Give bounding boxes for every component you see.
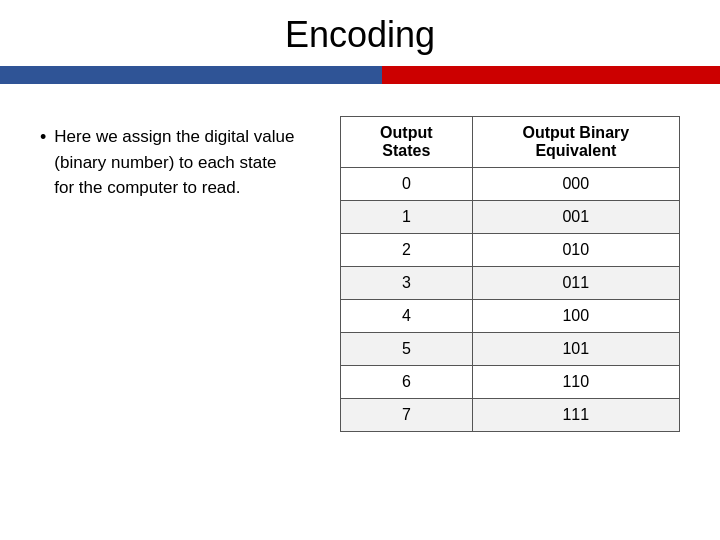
color-bar-blue [0, 66, 382, 84]
cell-binary: 010 [472, 234, 679, 267]
bullet-dot: • [40, 124, 46, 151]
header-binary-equivalent: Output Binary Equivalent [472, 117, 679, 168]
table-row: 0000 [341, 168, 680, 201]
table-section: Output States Output Binary Equivalent 0… [340, 116, 680, 432]
cell-binary: 110 [472, 366, 679, 399]
table-row: 3011 [341, 267, 680, 300]
cell-state: 4 [341, 300, 473, 333]
cell-state: 3 [341, 267, 473, 300]
cell-state: 5 [341, 333, 473, 366]
cell-state: 2 [341, 234, 473, 267]
cell-binary: 001 [472, 201, 679, 234]
color-bar-red [382, 66, 720, 84]
table-row: 1001 [341, 201, 680, 234]
table-row: 4100 [341, 300, 680, 333]
cell-state: 6 [341, 366, 473, 399]
bullet-section: • Here we assign the digital value (bina… [40, 116, 300, 201]
content-area: • Here we assign the digital value (bina… [0, 84, 720, 540]
cell-state: 0 [341, 168, 473, 201]
cell-binary: 111 [472, 399, 679, 432]
cell-state: 7 [341, 399, 473, 432]
table-row: 6110 [341, 366, 680, 399]
bullet-text: Here we assign the digital value (binary… [54, 124, 300, 201]
page-title: Encoding [0, 0, 720, 66]
header-output-states: Output States [341, 117, 473, 168]
color-bar [0, 66, 720, 84]
cell-binary: 101 [472, 333, 679, 366]
cell-binary: 100 [472, 300, 679, 333]
table-row: 7111 [341, 399, 680, 432]
cell-state: 1 [341, 201, 473, 234]
encoding-table: Output States Output Binary Equivalent 0… [340, 116, 680, 432]
cell-binary: 000 [472, 168, 679, 201]
page: Encoding • Here we assign the digital va… [0, 0, 720, 540]
table-row: 2010 [341, 234, 680, 267]
cell-binary: 011 [472, 267, 679, 300]
table-row: 5101 [341, 333, 680, 366]
table-header-row: Output States Output Binary Equivalent [341, 117, 680, 168]
